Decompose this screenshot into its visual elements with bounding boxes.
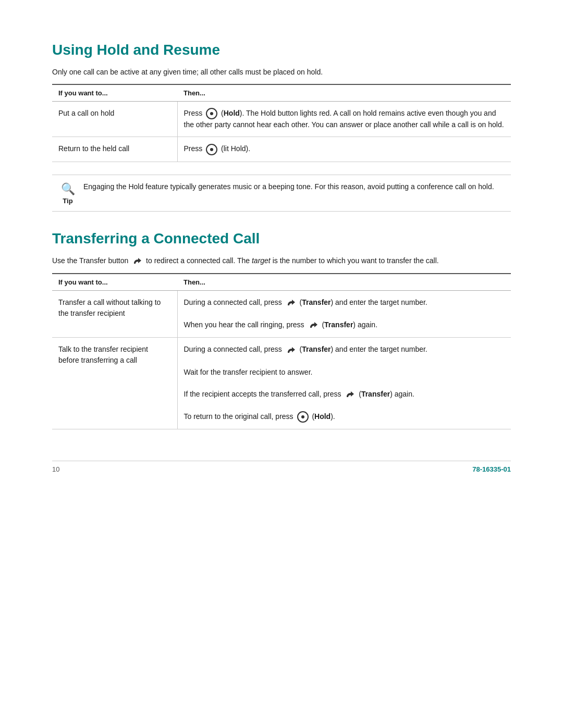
tip-text: Engaging the Hold feature typically gene… xyxy=(83,181,511,192)
table-row: Return to the held call Press (lit Hold)… xyxy=(52,137,511,162)
doc-number: 78-16335-01 xyxy=(472,465,511,473)
transfer-row1-col1: Transfer a call without talking to the t… xyxy=(52,290,177,338)
hold-lit-button-icon xyxy=(206,144,217,155)
hold-button-icon-2 xyxy=(297,411,309,423)
tip-label: Tip xyxy=(63,197,72,205)
transfer-button-intro-icon xyxy=(131,255,143,267)
target-italic: target xyxy=(252,256,271,265)
hold-button-icon xyxy=(206,108,217,119)
tip-icon-col: 🔍 Tip xyxy=(52,181,83,205)
page-number: 10 xyxy=(52,465,59,473)
row2-col2: Press (lit Hold). xyxy=(177,137,511,162)
table2-col2-header: Then... xyxy=(177,274,511,291)
table-row: Talk to the transfer recipient before tr… xyxy=(52,338,511,429)
row2-col1: Return to the held call xyxy=(52,137,177,162)
table-row: Put a call on hold Press (Hold). The Hol… xyxy=(52,102,511,137)
magnifier-icon: 🔍 xyxy=(61,182,75,196)
transfer-row2-col2: During a connected call, press (Transfer… xyxy=(177,338,511,429)
row1-col2: Press (Hold). The Hold button lights red… xyxy=(177,102,511,137)
tip-section: 🔍 Tip Engaging the Hold feature typicall… xyxy=(52,175,511,212)
hold-resume-table: If you want to... Then... Put a call on … xyxy=(52,84,511,162)
page-footer: 10 78-16335-01 xyxy=(52,461,511,473)
section2-intro: Use the Transfer button to redirect a co… xyxy=(52,255,511,267)
table2-col1-header: If you want to... xyxy=(52,274,177,291)
section2-title: Transferring a Connected Call xyxy=(52,230,511,247)
table-row: Transfer a call without talking to the t… xyxy=(52,290,511,338)
section1-title: Using Hold and Resume xyxy=(52,42,511,58)
row1-col1: Put a call on hold xyxy=(52,102,177,137)
table1-col2-header: Then... xyxy=(177,84,511,102)
transfer-row2-col1: Talk to the transfer recipient before tr… xyxy=(52,338,177,429)
section1-intro: Only one call can be active at any given… xyxy=(52,67,511,78)
transfer-icon-2 xyxy=(308,319,319,331)
table1-col1-header: If you want to... xyxy=(52,84,177,102)
transfer-icon-4 xyxy=(344,389,356,400)
transfer-row1-col2: During a connected call, press (Transfer… xyxy=(177,290,511,338)
transfer-icon-3 xyxy=(285,344,297,356)
transfer-icon-1 xyxy=(285,297,297,309)
transfer-table: If you want to... Then... Transfer a cal… xyxy=(52,273,511,429)
